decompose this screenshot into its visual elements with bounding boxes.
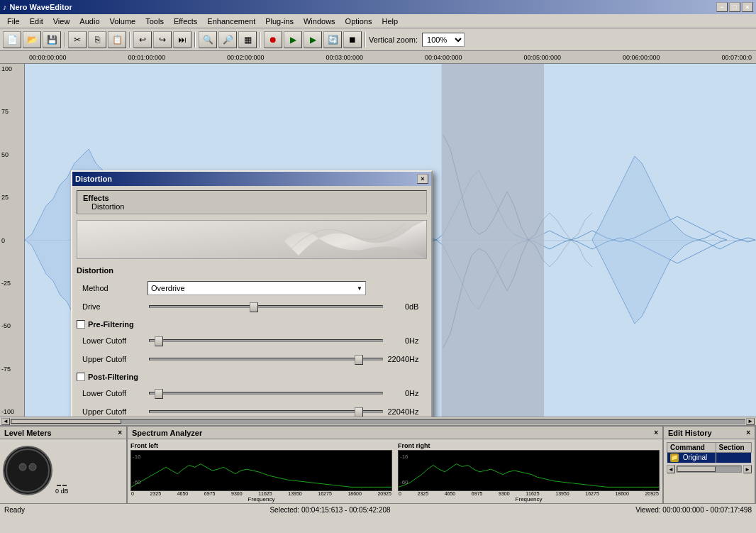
history-row-original[interactable]: 📁 Original [667, 453, 752, 463]
scroll-thumb[interactable] [11, 419, 121, 424]
redo-button[interactable]: ↪ [153, 31, 172, 48]
zoom-out-button[interactable]: 🔎 [218, 31, 237, 48]
menu-effects[interactable]: Effects [169, 16, 201, 27]
pre-filter-checkbox[interactable] [77, 320, 85, 329]
app-icon: ♪ [3, 3, 7, 11]
history-scroll-thumb[interactable] [677, 466, 716, 472]
dialog-content: Effects Distortion [72, 186, 431, 417]
skip-button[interactable]: ⏭ [173, 31, 191, 48]
edit-history-close[interactable]: × [746, 429, 750, 436]
timeline-mark-1: 00:01:00:000 [128, 54, 165, 61]
zoom-select[interactable]: 100% 200% 50% [422, 33, 465, 47]
menu-tools[interactable]: Tools [141, 16, 168, 27]
undo-button[interactable]: ↩ [133, 31, 152, 48]
close-button[interactable]: × [742, 2, 753, 12]
level-meters-header: Level Meters × [0, 427, 126, 439]
minimize-button[interactable]: − [716, 2, 728, 12]
pre-lower-label: Lower Cutoff [77, 336, 148, 345]
method-row: Method Overdrive ▼ [77, 280, 427, 296]
menu-file[interactable]: File [3, 16, 24, 27]
method-dropdown[interactable]: Overdrive ▼ [148, 281, 366, 295]
status-bar: Ready Selected: 00:04:15:613 - 00:05:42:… [0, 503, 756, 516]
menu-windows[interactable]: Windows [299, 16, 340, 27]
history-scroll-track[interactable] [677, 466, 742, 473]
zoom-in-button[interactable]: 🔍 [199, 31, 217, 48]
menu-audio[interactable]: Audio [75, 16, 104, 27]
waveform-canvas[interactable]: Distortion × Effects Distortion [25, 64, 756, 417]
pre-lower-unit: Hz [409, 336, 427, 345]
timeline-mark-3: 00:03:00:000 [326, 54, 363, 61]
play-button[interactable]: ▶ [284, 31, 302, 48]
dialog-close-button[interactable]: × [417, 174, 428, 184]
post-filter-section: Post-Filtering Lower Cutoff 0 [77, 371, 427, 417]
play-sel-button[interactable]: ▶ [304, 31, 322, 48]
waveform-container: 00:00:00:000 00:01:00:000 00:02:00:000 0… [0, 51, 756, 417]
drive-slider[interactable] [149, 305, 383, 308]
menu-volume[interactable]: Volume [106, 16, 140, 27]
post-lower-slider[interactable] [149, 392, 383, 395]
timeline-mark-5: 00:05:00:000 [523, 54, 561, 61]
history-scroll-right[interactable]: ► [743, 465, 752, 473]
history-scroll-left[interactable]: ◄ [667, 465, 675, 473]
stop-button[interactable]: ⏹ [343, 31, 362, 48]
level-meters-panel: Level Meters × [0, 427, 128, 503]
horizontal-scrollbar[interactable]: ◄ ► [0, 417, 756, 425]
effects-label: Effects [83, 194, 421, 202]
post-upper-label: Upper Cutoff [77, 407, 148, 416]
pre-lower-thumb[interactable] [155, 336, 163, 346]
spectrum-close[interactable]: × [654, 429, 658, 436]
title-bar-controls: − □ × [716, 2, 753, 12]
meter-circle [3, 446, 52, 495]
record-button[interactable]: ⏺ [264, 31, 282, 48]
waveform-area[interactable]: 1007550250 -25-50-75-100 [0, 64, 756, 417]
history-col-section: Section [716, 443, 751, 453]
post-filter-label: Post-Filtering [88, 371, 138, 383]
menu-plugins[interactable]: Plug-ins [261, 16, 298, 27]
paste-button[interactable]: 📋 [108, 31, 126, 48]
open-button[interactable]: 📂 [23, 31, 41, 48]
post-lower-row: Lower Cutoff 0 Hz [77, 385, 427, 401]
pre-filter-section: Pre-Filtering Lower Cutoff 0 [77, 319, 427, 367]
menu-help[interactable]: Help [378, 16, 403, 27]
pre-filter-label: Pre-Filtering [88, 319, 134, 330]
level-meters-close[interactable]: × [118, 429, 122, 436]
post-upper-unit: Hz [409, 407, 427, 416]
menu-enhancement[interactable]: Enhancement [203, 16, 260, 27]
post-upper-thumb[interactable] [355, 407, 363, 417]
drive-thumb[interactable] [250, 302, 258, 312]
spectrum-right: Front right -16 -60 02325465069759300116… [398, 442, 660, 502]
select-button[interactable]: ▦ [238, 31, 257, 48]
dropdown-arrow-icon: ▼ [357, 285, 362, 292]
post-upper-slider[interactable] [149, 410, 383, 413]
effects-breadcrumb: Effects Distortion [77, 190, 427, 214]
spectrum-right-chart: -16 -60 [398, 450, 660, 491]
edit-history-panel: Edit History × Command Section 📁 Origina… [664, 427, 756, 503]
post-filter-checkbox[interactable] [77, 373, 85, 381]
new-button[interactable]: 📄 [3, 31, 21, 48]
pre-lower-slider[interactable] [149, 339, 383, 342]
meter-db-label: 0 dB [55, 488, 69, 495]
menu-bar: File Edit View Audio Volume Tools Effect… [0, 14, 756, 28]
history-table: Command Section 📁 Original [667, 442, 752, 463]
pre-upper-slider[interactable] [149, 358, 383, 361]
pre-upper-thumb[interactable] [355, 355, 363, 365]
edit-history-title: Edit History [668, 429, 712, 437]
post-lower-thumb[interactable] [155, 389, 163, 399]
pre-filter-checkbox-row: Pre-Filtering [77, 319, 427, 330]
cut-button[interactable]: ✂ [68, 31, 87, 48]
copy-button[interactable]: ⎘ [88, 31, 106, 48]
menu-view[interactable]: View [49, 16, 74, 27]
status-viewed: Viewed: 00:00:00:000 - 00:07:17:498 [635, 506, 752, 514]
spectrum-header: Spectrum Analyzer × [128, 427, 662, 439]
menu-edit[interactable]: Edit [26, 16, 48, 27]
save-button[interactable]: 💾 [43, 31, 61, 48]
title-bar: ♪ Nero WaveEditor − □ × [0, 0, 756, 14]
scroll-track[interactable] [11, 419, 745, 424]
scroll-right-button[interactable]: ► [746, 418, 755, 425]
loop-button[interactable]: 🔄 [323, 31, 342, 48]
menu-options[interactable]: Options [341, 16, 377, 27]
dialog-overlay: Distortion × Effects Distortion [25, 64, 756, 417]
drive-label: Drive [77, 302, 148, 311]
maximize-button[interactable]: □ [729, 2, 740, 12]
scroll-left-button[interactable]: ◄ [1, 418, 10, 425]
